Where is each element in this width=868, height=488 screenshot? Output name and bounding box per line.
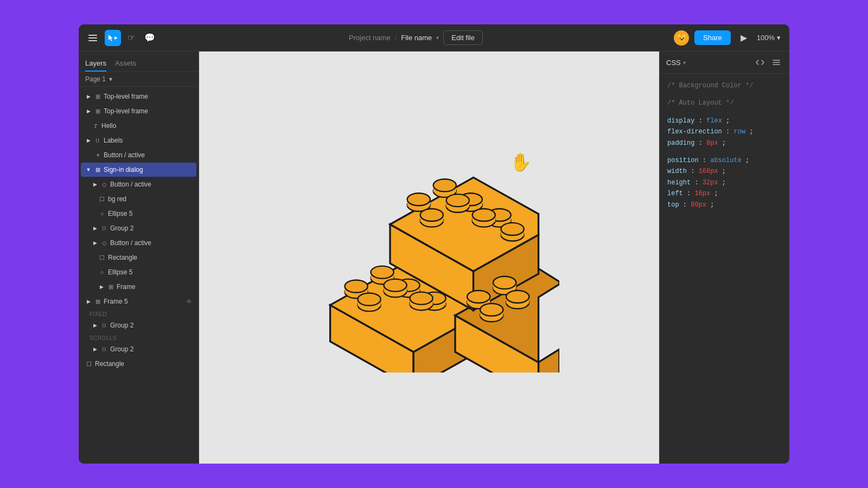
- svg-point-27: [446, 194, 469, 207]
- path-separator: /: [395, 34, 397, 42]
- svg-point-48: [358, 293, 380, 306]
- layer-button-active-1[interactable]: ✦ Button / active: [81, 148, 196, 162]
- frame-icon-3: ⊞: [107, 283, 114, 291]
- css-comment-auto: /* Auto Layout */: [667, 98, 782, 108]
- layers-panel: ▶ ⊞ Top-level frame ▶ ⊞ Top-level frame …: [79, 87, 199, 464]
- project-name: Project name: [349, 34, 391, 42]
- layer-hello[interactable]: T Hello: [81, 119, 196, 133]
- layer-group-2-fixed[interactable]: ▶ ⁞⁞ Group 2: [81, 318, 196, 332]
- toolbar-group: ☞ 💬: [105, 30, 158, 46]
- group-icon-3: ⁞⁞: [100, 322, 108, 329]
- layer-frame[interactable]: ▶ ⊞ Frame: [81, 280, 196, 294]
- rect-icon-2: ☐: [98, 254, 106, 261]
- code-view-icon[interactable]: [754, 56, 767, 69]
- svg-point-36: [344, 280, 367, 293]
- svg-point-33: [501, 223, 524, 235]
- component-child-icon-2: ◇: [100, 239, 108, 247]
- group-icon: ⁞⁞: [94, 137, 101, 144]
- layer-button-active-child-1[interactable]: ▶ ◇ Button / active: [81, 177, 196, 191]
- group-icon-4: ⁞⁞: [100, 345, 108, 353]
- svg-point-66: [506, 291, 529, 303]
- css-layout-block: display : flex ; flex-direction : row ; …: [667, 115, 782, 149]
- right-panel-header: CSS ▾: [660, 52, 789, 74]
- header-center: Project name / File name ▾ Edit file: [164, 30, 667, 45]
- tab-layers[interactable]: Layers: [85, 56, 106, 72]
- css-label: CSS ▾: [666, 59, 686, 67]
- frame-icon-2: ⊞: [94, 107, 101, 115]
- sidebar-tabs: Layers Assets: [79, 52, 199, 72]
- svg-point-54: [410, 292, 432, 305]
- component-icon: ✦: [94, 151, 101, 159]
- layer-top-level-frame-1[interactable]: ▶ ⊞ Top-level frame: [81, 89, 196, 104]
- eye-icon[interactable]: 👁: [186, 298, 192, 305]
- list-view-icon[interactable]: [770, 56, 783, 69]
- ellipse-icon-1: ○: [98, 210, 106, 217]
- zoom-level[interactable]: 100% ▾: [757, 34, 781, 42]
- layer-ellipse-5-2[interactable]: ○ Ellipse 5: [81, 265, 196, 279]
- ellipse-icon-2: ○: [98, 268, 106, 276]
- css-comment-bg: /* Background Color */: [667, 80, 782, 91]
- main-content: Layers Assets Page 1 ▾ ▶ ⊞ Top-level fra…: [79, 52, 789, 464]
- file-name: File name: [401, 34, 432, 42]
- layer-ellipse-5-1[interactable]: ○ Ellipse 5: [81, 207, 196, 221]
- header-right: 🐱 Share ▶ 100% ▾: [674, 30, 781, 46]
- group-icon-2: ⁞⁞: [100, 224, 108, 232]
- svg-point-30: [473, 209, 495, 221]
- svg-point-39: [371, 266, 393, 279]
- svg-point-51: [384, 279, 406, 292]
- layer-bg-red[interactable]: ☐ bg red: [81, 192, 196, 206]
- right-panel: CSS ▾: [659, 52, 789, 464]
- layer-rectangle-bottom[interactable]: ☐ Rectangle: [81, 357, 196, 371]
- svg-point-57: [467, 291, 490, 303]
- share-button[interactable]: Share: [694, 30, 731, 45]
- svg-point-15: [433, 179, 456, 191]
- layer-sign-in-dialog[interactable]: ▼ ⊞ Sign-in dialog: [81, 163, 196, 177]
- layer-rectangle[interactable]: ☐ Rectangle: [81, 251, 196, 265]
- fixed-label: FIXED: [79, 309, 199, 318]
- layer-frame-5[interactable]: ▶ ⊞ Frame 5 👁: [81, 294, 196, 309]
- play-button[interactable]: ▶: [736, 30, 751, 46]
- layer-labels[interactable]: ▶ ⁞⁞ Labels: [81, 133, 196, 147]
- svg-marker-5: [539, 349, 559, 373]
- rect-icon: ☐: [98, 195, 106, 203]
- sidebar: Layers Assets Page 1 ▾ ▶ ⊞ Top-level fra…: [79, 52, 199, 464]
- comment-tool[interactable]: 💬: [142, 30, 158, 46]
- svg-point-63: [480, 304, 503, 316]
- right-panel-actions: [754, 56, 783, 69]
- component-child-icon: ◇: [100, 181, 108, 188]
- css-position-block: position : absolute ; width : 168px ; he…: [667, 155, 782, 210]
- svg-marker-0: [114, 36, 118, 40]
- file-dropdown-arrow[interactable]: ▾: [436, 35, 439, 41]
- select-tool[interactable]: [105, 30, 121, 46]
- layer-button-active-child-2[interactable]: ▶ ◇ Button / active: [81, 236, 196, 250]
- layer-group-2-1[interactable]: ▶ ⁞⁞ Group 2: [81, 221, 196, 235]
- user-avatar: 🐱: [674, 30, 689, 46]
- css-content: /* Background Color */ /* Auto Layout */…: [660, 74, 789, 464]
- hand-tool[interactable]: ☞: [123, 30, 139, 46]
- svg-point-12: [407, 193, 430, 206]
- menu-icon[interactable]: [87, 33, 98, 43]
- header: ☞ 💬 Project name / File name ▾ Edit file…: [79, 24, 789, 52]
- frame-group-icon: ⊞: [94, 166, 101, 174]
- layer-top-level-frame-2[interactable]: ▶ ⊞ Top-level frame: [81, 104, 196, 118]
- svg-point-24: [420, 209, 443, 221]
- svg-point-60: [493, 277, 516, 289]
- page-selector[interactable]: Page 1 ▾: [79, 72, 199, 87]
- scrolls-label: SCROLLS: [79, 333, 199, 342]
- frame-icon: ⊞: [94, 93, 101, 100]
- rect-icon-3: ☐: [85, 360, 93, 368]
- edit-file-button[interactable]: Edit file: [443, 30, 483, 45]
- app-window: ☞ 💬 Project name / File name ▾ Edit file…: [79, 24, 789, 464]
- frame-group-icon-2: ⊞: [94, 298, 101, 305]
- layer-group-2-scrolls[interactable]: ▶ ⁞⁞ Group 2: [81, 342, 196, 356]
- canvas-area[interactable]: ✋: [199, 52, 659, 464]
- text-icon: T: [92, 122, 99, 130]
- lego-illustration: [299, 144, 559, 371]
- tab-assets[interactable]: Assets: [115, 56, 136, 72]
